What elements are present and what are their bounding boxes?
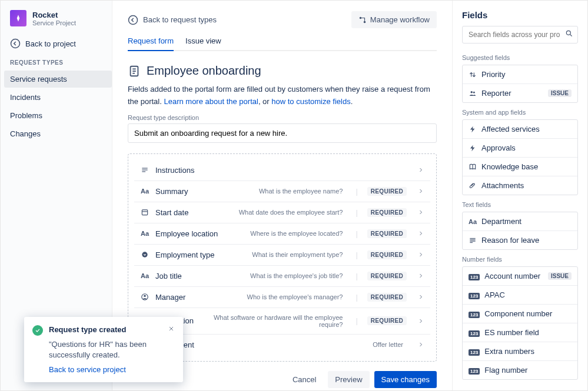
sidebar-item-problems[interactable]: Problems — [4, 107, 112, 124]
back-to-project-link[interactable]: Back to project — [10, 38, 112, 49]
form-field-employment-type[interactable]: Employment typeWhat is their employment … — [134, 245, 430, 266]
field-option-extra-numbers[interactable]: 123Extra numbers — [463, 342, 577, 360]
workflow-button-label: Manage workflow — [370, 15, 430, 24]
project-subtitle: Service Project — [32, 19, 76, 26]
svg-rect-11 — [142, 210, 147, 215]
field-option-component-number[interactable]: 123Component number — [463, 304, 577, 323]
learn-more-link[interactable]: Learn more about the portal — [164, 97, 258, 106]
svg-point-3 — [364, 21, 366, 23]
number-icon: 123 — [469, 272, 480, 280]
fields-section-card: PriorityReporterISSUE — [462, 65, 578, 103]
form-icon — [128, 65, 141, 78]
toast-body: "Questions for HR" has been successfully… — [49, 339, 175, 360]
list-icon — [140, 166, 150, 174]
toast-back-link[interactable]: Back to service project — [49, 365, 175, 374]
field-option-es-number-field[interactable]: 123ES number field — [463, 323, 577, 342]
form-field-instructions[interactable]: Instructions — [134, 160, 430, 181]
attachment-icon — [469, 182, 477, 190]
field-option-affected-services[interactable]: Affected services — [463, 120, 577, 138]
text-icon: Aa — [469, 217, 477, 226]
field-name-label: Employment type — [155, 250, 214, 259]
field-option-label: Account number — [484, 272, 540, 280]
svg-point-13 — [142, 252, 147, 257]
form-field-job-title[interactable]: AaJob titleWhat is the employee's job ti… — [134, 266, 430, 287]
number-icon: 123 — [469, 309, 480, 318]
sidebar-item-incidents[interactable]: Incidents — [4, 89, 112, 106]
chevron-right-icon — [417, 251, 424, 258]
field-option-label: Approvals — [481, 143, 516, 152]
field-helper-text: What is the employee name? — [194, 188, 347, 195]
field-name-label: Summary — [155, 187, 188, 196]
field-option-flag-number[interactable]: 123Flag number — [463, 360, 577, 379]
customize-fields-link[interactable]: how to customize fields — [271, 97, 350, 106]
back-to-request-types-link[interactable]: Back to request types — [128, 15, 217, 25]
field-option-attachments[interactable]: Attachments — [463, 176, 577, 195]
fields-section-label: Text fields — [462, 201, 578, 208]
project-name: Rocket — [32, 11, 76, 19]
fields-section-card: AaDepartmentReason for leave — [462, 212, 578, 250]
dropdown-icon — [140, 250, 150, 259]
field-option-apac[interactable]: 123APAC — [463, 285, 577, 304]
field-option-reporter[interactable]: ReporterISSUE — [463, 83, 577, 102]
field-option-reason-for-leave[interactable]: Reason for leave — [463, 230, 577, 249]
required-badge: REQUIRED — [367, 229, 407, 238]
arrow-left-icon — [128, 15, 138, 25]
person-icon — [140, 293, 150, 301]
search-fields-input[interactable] — [462, 26, 578, 44]
field-name-label: Employee location — [155, 229, 218, 238]
manage-workflow-button[interactable]: Manage workflow — [351, 11, 437, 28]
field-option-approvals[interactable]: Approvals — [463, 138, 577, 157]
field-option-label: Flag number — [484, 366, 527, 375]
sidebar-item-service-requests[interactable]: Service requests — [4, 71, 112, 88]
form-field-summary[interactable]: AaSummaryWhat is the employee name?|REQU… — [134, 181, 430, 202]
tab-request-form[interactable]: Request form — [128, 36, 174, 51]
issue-badge: ISSUE — [548, 272, 572, 280]
field-option-label: Attachments — [481, 181, 524, 190]
text-icon: Aa — [140, 230, 150, 237]
svg-point-1 — [129, 15, 138, 24]
svg-line-21 — [570, 35, 572, 36]
tab-issue-view[interactable]: Issue view — [185, 36, 221, 50]
field-option-label: Knowledge base — [481, 162, 538, 171]
field-option-label: Priority — [481, 70, 505, 79]
field-helper-text: What software or hardware will the emplo… — [200, 314, 346, 328]
fields-section-label: Number fields — [462, 256, 578, 263]
field-option-department[interactable]: AaDepartment — [463, 212, 577, 230]
cancel-button[interactable]: Cancel — [285, 371, 323, 388]
required-badge: REQUIRED — [367, 250, 407, 259]
fields-section-card: 123Account numberISSUE123APAC123Componen… — [462, 266, 578, 380]
chevron-right-icon — [417, 293, 424, 300]
form-field-start-date[interactable]: Start dateWhat date does the employee st… — [134, 202, 430, 223]
issue-badge: ISSUE — [548, 89, 572, 97]
form-field-manager[interactable]: ManagerWho is the employee's manager?|RE… — [134, 287, 430, 308]
svg-point-15 — [144, 295, 146, 298]
field-option-priority[interactable]: Priority — [463, 65, 577, 83]
field-option-label: Extra numbers — [484, 347, 534, 356]
svg-point-20 — [566, 31, 570, 35]
back-to-project-label: Back to project — [25, 39, 76, 48]
save-changes-button[interactable]: Save changes — [374, 371, 437, 388]
number-icon: 123 — [469, 366, 480, 375]
sidebar-item-changes[interactable]: Changes — [4, 125, 112, 142]
svg-point-2 — [360, 16, 362, 19]
calendar-icon — [140, 208, 150, 216]
description-label: Request type description — [128, 114, 437, 121]
request-type-description-input[interactable] — [128, 123, 437, 143]
toast-close-button[interactable] — [168, 325, 175, 332]
field-helper-text: What is the employee's job title? — [188, 272, 347, 279]
chevron-right-icon — [417, 341, 424, 348]
field-helper-text: What is their employment type? — [220, 251, 346, 258]
field-option-knowledge-base[interactable]: Knowledge base — [463, 157, 577, 176]
number-icon: 123 — [469, 347, 480, 356]
priority-icon — [469, 71, 477, 79]
chevron-right-icon — [417, 230, 424, 237]
required-badge: REQUIRED — [367, 293, 407, 302]
form-field-employee-location[interactable]: AaEmployee locationWhere is the employee… — [134, 223, 430, 245]
chevron-right-icon — [417, 318, 424, 325]
preview-button[interactable]: Preview — [328, 371, 369, 388]
bolt-icon — [469, 125, 477, 133]
field-option-label: Reason for leave — [481, 236, 539, 245]
bolt-icon — [469, 144, 477, 152]
text-icon: Aa — [140, 272, 150, 279]
field-option-account-number[interactable]: 123Account numberISSUE — [463, 267, 577, 285]
